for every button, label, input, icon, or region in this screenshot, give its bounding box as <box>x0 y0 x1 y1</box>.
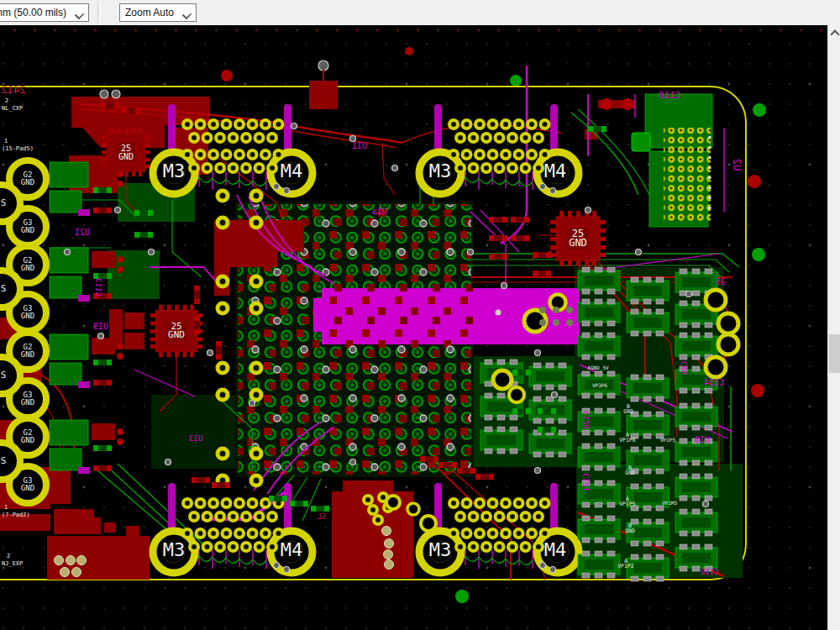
magenta-component[interactable] <box>313 288 580 344</box>
toolbar: mm (50.00 mils) Zoom Auto <box>0 0 840 25</box>
units-dropdown[interactable]: mm (50.00 mils) <box>0 3 89 22</box>
toolbar-separator <box>97 3 101 23</box>
chevron-down-icon <box>75 10 84 19</box>
zoom-dropdown-value: Zoom Auto <box>125 7 174 18</box>
scrollbar-thumb[interactable] <box>829 334 840 373</box>
pcb-drawing <box>0 25 827 630</box>
units-dropdown-value: mm (50.00 mils) <box>0 7 66 18</box>
scroll-up-icon[interactable] <box>831 29 837 35</box>
chevron-down-icon <box>182 10 192 19</box>
zoom-dropdown[interactable]: Zoom Auto <box>119 3 197 22</box>
vertical-scrollbar[interactable] <box>827 25 840 630</box>
pcb-canvas[interactable]: M3M4M3M4M3M4M3M4G2 GNDG3 GNDG2 GNDG3 GND… <box>0 25 827 630</box>
